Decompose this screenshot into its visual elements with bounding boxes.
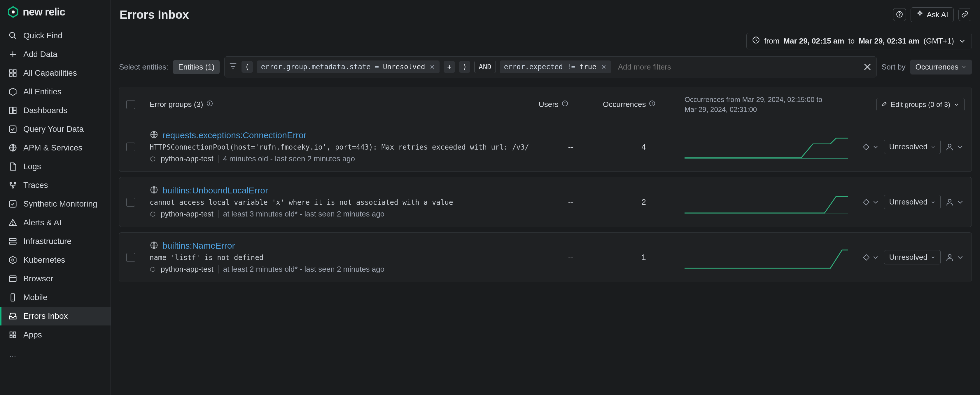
- app-name[interactable]: python-app-test: [161, 209, 213, 219]
- open-paren-chip[interactable]: (: [242, 61, 253, 73]
- sidebar-item-all-capabilities[interactable]: All Capabilities: [0, 64, 111, 82]
- sidebar-item-kubernetes[interactable]: Kubernetes: [0, 251, 111, 269]
- error-title-link[interactable]: builtins:UnboundLocalError: [162, 186, 268, 195]
- assignee-button[interactable]: [945, 142, 964, 151]
- time-range-prefix: from: [764, 37, 780, 46]
- page-title: Errors Inbox: [119, 8, 189, 21]
- sidebar-item-query[interactable]: Query Your Data: [0, 120, 111, 139]
- chevron-down-icon: [958, 37, 966, 45]
- sidebar-item-all-entities[interactable]: All Entities: [0, 82, 111, 101]
- chevron-down-icon: [931, 144, 935, 150]
- edit-groups-button[interactable]: Edit groups (0 of 3): [877, 98, 964, 111]
- row-checkbox[interactable]: [126, 142, 135, 151]
- occurrences-value: 1: [603, 253, 684, 262]
- svg-rect-6: [14, 70, 16, 72]
- sidebar-item-quick-find[interactable]: Quick Find: [0, 26, 111, 45]
- sidebar-item-dashboards[interactable]: Dashboards: [0, 101, 111, 120]
- tag-button[interactable]: [862, 254, 880, 261]
- error-title-link[interactable]: builtins:NameError: [162, 241, 235, 251]
- info-icon[interactable]: [562, 100, 568, 109]
- sidebar-item-alerts[interactable]: Alerts & AI: [0, 213, 111, 232]
- clock-icon: [752, 36, 760, 46]
- sidebar-item-apm[interactable]: APM & Services: [0, 139, 111, 157]
- svg-rect-21: [10, 242, 16, 245]
- more-label: ...: [10, 350, 16, 359]
- svg-rect-17: [10, 201, 16, 208]
- alert-icon: [8, 218, 18, 227]
- info-icon[interactable]: [206, 100, 213, 109]
- sidebar-item-label: Synthetic Monitoring: [23, 199, 97, 209]
- state-select[interactable]: Unresolved: [884, 195, 940, 209]
- hexagon-icon: [150, 156, 156, 162]
- error-age: at least 2 minutes old* - last seen 2 mi…: [223, 265, 385, 274]
- kubernetes-icon: [8, 255, 18, 265]
- chevron-down-icon: [931, 200, 935, 205]
- sidebar-item-traces[interactable]: Traces: [0, 176, 111, 195]
- select-all-checkbox[interactable]: [126, 100, 135, 109]
- state-select[interactable]: Unresolved: [884, 140, 940, 154]
- filter-chip-state[interactable]: error.group.metadata.state = Unresolved: [257, 61, 440, 74]
- svg-point-45: [565, 102, 565, 102]
- svg-point-14: [10, 182, 11, 184]
- chevron-down-icon: [872, 254, 880, 261]
- state-select[interactable]: Unresolved: [884, 250, 940, 264]
- state-value: Unresolved: [889, 197, 928, 206]
- filter-chip-remove[interactable]: [601, 64, 607, 70]
- time-range-from: Mar 29, 02:15 am: [783, 37, 844, 46]
- sidebar-item-mobile[interactable]: Mobile: [0, 288, 111, 307]
- filter-chip-expected[interactable]: error.expected != true: [500, 61, 611, 74]
- check-icon: [8, 199, 18, 209]
- sidebar-item-infrastructure[interactable]: Infrastructure: [0, 232, 111, 251]
- sidebar-item-add-data[interactable]: Add Data: [0, 45, 111, 64]
- sidebar-item-label: All Capabilities: [23, 68, 77, 78]
- table-row: builtins:NameError name 'listf' is not d…: [119, 232, 972, 282]
- tag-button[interactable]: [862, 143, 880, 151]
- clear-filters-button[interactable]: [862, 62, 872, 72]
- add-filters-input[interactable]: [618, 62, 859, 72]
- sidebar-item-errors-inbox[interactable]: Errors Inbox: [0, 307, 111, 325]
- sort-by-select[interactable]: Occurrences: [910, 59, 972, 75]
- error-title-link[interactable]: requests.exceptions:ConnectionError: [162, 130, 307, 140]
- column-label: Error groups (3): [150, 100, 203, 109]
- app-name[interactable]: python-app-test: [161, 265, 213, 274]
- svg-rect-23: [10, 276, 16, 281]
- sparkline-chart: [684, 190, 848, 214]
- sidebar-more-button[interactable]: ...: [0, 344, 111, 365]
- assignee-button[interactable]: [945, 198, 964, 206]
- svg-rect-28: [14, 332, 16, 334]
- filter-chip-remove[interactable]: [429, 64, 436, 70]
- assignee-button[interactable]: [945, 253, 964, 262]
- sidebar-item-synthetic[interactable]: Synthetic Monitoring: [0, 195, 111, 213]
- brand-logo-icon: [7, 6, 19, 18]
- close-paren-chip[interactable]: ): [459, 61, 470, 73]
- app-name[interactable]: python-app-test: [161, 154, 213, 163]
- svg-rect-7: [10, 74, 12, 77]
- server-icon: [8, 237, 18, 246]
- row-checkbox[interactable]: [126, 253, 135, 262]
- sidebar-item-browser[interactable]: Browser: [0, 269, 111, 288]
- table-row: requests.exceptions:ConnectionError HTTP…: [119, 122, 972, 172]
- add-chip-button[interactable]: +: [444, 61, 455, 73]
- sidebar-item-label: Dashboards: [23, 106, 67, 115]
- info-icon[interactable]: [649, 100, 655, 109]
- filter-input-area[interactable]: ( error.group.metadata.state = Unresolve…: [224, 56, 877, 77]
- error-message: cannot access local variable 'x' where i…: [150, 198, 539, 206]
- sidebar-item-label: APM & Services: [23, 143, 82, 152]
- brand-logo[interactable]: new relic: [0, 6, 111, 26]
- svg-rect-12: [10, 126, 16, 133]
- sidebar-item-apps[interactable]: Apps: [0, 325, 111, 344]
- error-message: name 'listf' is not defined: [150, 254, 539, 262]
- time-range-to: Mar 29, 02:31 am: [859, 37, 920, 46]
- copy-link-button[interactable]: [958, 8, 971, 21]
- tag-button[interactable]: [862, 198, 880, 206]
- globe-icon: [150, 186, 158, 195]
- sidebar-item-label: Kubernetes: [23, 255, 65, 265]
- svg-rect-27: [10, 332, 12, 334]
- sidebar-item-logs[interactable]: Logs: [0, 157, 111, 176]
- time-range-picker[interactable]: from Mar 29, 02:15 am to Mar 29, 02:31 a…: [746, 33, 972, 50]
- ask-ai-button[interactable]: Ask AI: [911, 7, 954, 22]
- sidebar-item-label: Query Your Data: [23, 125, 84, 134]
- help-button[interactable]: [893, 8, 906, 21]
- row-checkbox[interactable]: [126, 198, 135, 206]
- entities-chip[interactable]: Entities (1): [173, 60, 220, 74]
